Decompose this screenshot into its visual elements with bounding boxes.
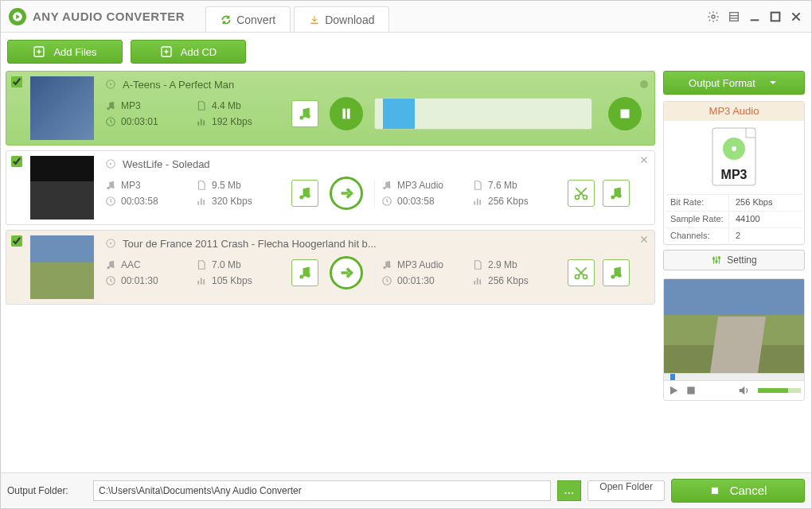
disc-icon	[105, 158, 116, 169]
close-button[interactable]	[789, 10, 803, 24]
app-logo-icon	[9, 8, 26, 25]
track-size: 4.4 Mb	[212, 100, 241, 111]
clock-icon	[105, 116, 116, 127]
preview-play-button[interactable]	[667, 384, 680, 397]
svg-text:MP3: MP3	[721, 168, 748, 181]
format-title: MP3 Audio	[664, 102, 804, 121]
preview-panel	[663, 278, 805, 401]
edit-track-button[interactable]	[291, 259, 318, 286]
svg-rect-3	[730, 12, 739, 21]
remove-track-button[interactable]	[638, 234, 650, 245]
cancel-label: Cancel	[730, 484, 767, 497]
track-duration: 00:03:01	[121, 116, 158, 127]
track-checkbox[interactable]	[11, 76, 22, 87]
svg-point-64	[306, 274, 310, 278]
channels-value: 2	[731, 227, 802, 243]
toolbar: Add Files Add CD	[1, 33, 811, 71]
svg-rect-70	[479, 279, 481, 284]
out-format: MP3 Audio	[397, 180, 443, 191]
output-folder-input[interactable]: C:\Users\Anita\Documents\Any Audio Conve…	[93, 480, 551, 501]
status-dot-icon	[640, 80, 648, 88]
svg-point-19	[111, 107, 115, 110]
svg-point-54	[110, 243, 111, 244]
svg-rect-60	[197, 281, 199, 285]
convert-arrow-button[interactable]	[330, 256, 363, 289]
chevron-down-icon	[767, 76, 779, 89]
cancel-button[interactable]: Cancel	[671, 479, 805, 503]
file-icon	[472, 180, 483, 191]
music-note-icon	[105, 180, 116, 191]
bars-icon	[196, 275, 207, 286]
preview-seek-bar[interactable]	[664, 373, 804, 381]
edit-output-button[interactable]	[603, 259, 630, 286]
svg-point-40	[306, 194, 310, 198]
conversion-progress[interactable]	[374, 98, 592, 130]
music-note-icon	[381, 180, 392, 191]
music-note-icon	[105, 100, 116, 111]
svg-point-76	[618, 274, 622, 278]
output-format-button[interactable]: Output Format	[663, 71, 805, 95]
preview-stop-button[interactable]	[685, 384, 697, 397]
remove-track-button[interactable]	[638, 154, 650, 165]
tab-convert[interactable]: Convert	[205, 6, 291, 32]
svg-rect-62	[203, 279, 205, 284]
file-icon	[196, 259, 207, 270]
edit-track-button[interactable]	[291, 100, 318, 127]
svg-rect-21	[197, 122, 199, 126]
convert-arrow-button[interactable]	[330, 177, 363, 210]
refresh-icon	[221, 14, 232, 25]
track-size: 7.0 Mb	[212, 259, 241, 270]
track-bitrate: 192 Kbps	[212, 116, 252, 127]
svg-rect-23	[203, 120, 205, 125]
track-thumbnail	[30, 76, 94, 140]
add-cd-button[interactable]: Add CD	[131, 40, 246, 64]
settings-icon[interactable]	[706, 10, 720, 24]
out-duration: 00:01:30	[397, 275, 435, 286]
track-list: A-Teens - A Perfect Man MP3 4.4 Mb 00:03…	[1, 71, 660, 472]
out-size: 2.9 Mb	[488, 259, 517, 270]
preview-image	[664, 279, 804, 373]
track-checkbox[interactable]	[11, 235, 22, 247]
svg-rect-1	[311, 22, 318, 24]
stop-button[interactable]	[608, 97, 642, 130]
file-icon	[196, 100, 207, 111]
pause-button[interactable]	[330, 97, 363, 130]
svg-rect-68	[474, 281, 475, 285]
edit-output-button[interactable]	[603, 180, 630, 207]
open-folder-button[interactable]: Open Folder	[588, 480, 665, 501]
bitrate-value: 256 Kbps	[731, 194, 802, 209]
svg-point-52	[618, 194, 622, 198]
svg-point-39	[299, 196, 303, 200]
edit-track-button[interactable]	[291, 180, 318, 207]
out-size: 7.6 Mb	[488, 180, 517, 191]
tab-download[interactable]: Download	[294, 6, 389, 32]
add-files-button[interactable]: Add Files	[7, 40, 123, 64]
svg-point-58	[111, 266, 115, 269]
cut-button[interactable]	[568, 180, 595, 207]
main-tabs: Convert Download	[205, 1, 389, 32]
svg-rect-38	[203, 200, 205, 204]
preview-volume-slider[interactable]	[758, 388, 801, 393]
svg-rect-26	[342, 109, 345, 119]
svg-point-2	[712, 15, 715, 18]
maximize-button[interactable]	[768, 10, 783, 24]
add-files-icon	[33, 45, 45, 58]
out-duration: 00:03:58	[397, 196, 435, 207]
add-cd-icon	[160, 45, 173, 58]
track-row: Tour de France 2011 Crash - Flecha Hooge…	[6, 230, 655, 305]
bars-icon	[196, 116, 207, 127]
list-icon[interactable]	[727, 10, 741, 24]
svg-point-25	[306, 115, 310, 119]
add-files-label: Add Files	[53, 46, 96, 58]
clock-icon	[105, 196, 116, 207]
cut-button[interactable]	[568, 259, 595, 286]
track-bitrate: 105 Kbps	[212, 275, 252, 286]
main-area: A-Teens - A Perfect Man MP3 4.4 Mb 00:03…	[1, 71, 811, 472]
browse-folder-button[interactable]: ...	[557, 480, 581, 501]
preview-volume-button[interactable]	[737, 384, 750, 397]
clock-icon	[381, 196, 392, 207]
minimize-button[interactable]	[748, 10, 762, 24]
setting-button[interactable]: Setting	[663, 250, 805, 270]
track-checkbox[interactable]	[11, 156, 22, 167]
track-format: MP3	[121, 100, 141, 111]
